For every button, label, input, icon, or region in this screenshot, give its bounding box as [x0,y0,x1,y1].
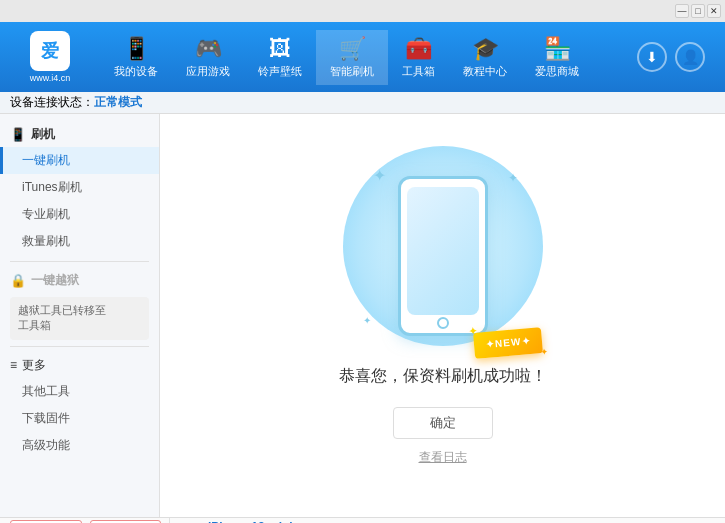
sidebar-item-advanced[interactable]: 高级功能 [0,432,159,459]
logo-url: www.i4.cn [30,73,71,83]
apple-shop-nav-icon: 🏪 [544,36,571,62]
minimize-button[interactable]: — [675,4,689,18]
wallpaper-nav-icon: 🖼 [269,36,291,62]
smart-shop-nav-label: 智能刷机 [330,64,374,79]
more-section-label: 更多 [22,357,46,374]
sidebar: 📱 刷机 一键刷机 iTunes刷机 专业刷机 救量刷机 🔒 一键越狱 越狱工具… [0,114,160,517]
nav-item-app-games[interactable]: 🎮 应用游戏 [172,30,244,85]
sidebar-item-itunes-flash[interactable]: iTunes刷机 [0,174,159,201]
my-device-nav-icon: 📱 [123,36,150,62]
device-status-bar: 设备连接状态： 正常模式 [0,92,725,114]
smart-shop-nav-icon: 🛒 [339,36,366,62]
confirm-button[interactable]: 确定 [393,407,493,439]
toolbox-nav-label: 工具箱 [402,64,435,79]
app-games-nav-icon: 🎮 [195,36,222,62]
logo[interactable]: 爱 www.i4.cn [10,31,90,83]
header-right: ⬇ 👤 [637,42,705,72]
auto-connect-label[interactable]: 自动激活 [10,520,82,524]
apple-shop-nav-label: 爱思商城 [535,64,579,79]
success-message: 恭喜您，保资料刷机成功啦！ [339,366,547,387]
status-label: 设备连接状态： [10,94,94,111]
sidebar-item-pro-flash[interactable]: 专业刷机 [0,201,159,228]
bottom-panel: 自动激活 跳过向导 📱 iPhone 12 mini 64GB Down-12m… [0,517,725,523]
my-device-nav-label: 我的设备 [114,64,158,79]
divider-1 [10,261,149,262]
jailbreak-section-label: 一键越狱 [31,272,79,289]
tutorial-nav-label: 教程中心 [463,64,507,79]
maximize-button[interactable]: □ [691,4,705,18]
sparkle-3: ✦ [363,315,371,326]
title-bar: — □ ✕ [0,0,725,22]
sidebar-item-download-firmware[interactable]: 下载固件 [0,405,159,432]
sparkle-1: ✦ [373,166,386,185]
close-button[interactable]: ✕ [707,4,721,18]
device-info-area: 📱 iPhone 12 mini 64GB Down-12mini-13,1 [170,520,293,524]
flash-section-icon: 📱 [10,127,26,142]
nav-item-tutorial[interactable]: 🎓 教程中心 [449,30,521,85]
nav-item-smart-shop[interactable]: 🛒 智能刷机 [316,30,388,85]
sidebar-item-other-tools[interactable]: 其他工具 [0,378,159,405]
phone-body [398,176,488,336]
lock-icon: 🔒 [10,273,26,288]
skip-wizard-label[interactable]: 跳过向导 [90,520,162,524]
phone-illustration: ✦ ✦ ✦ ✦NEW✦ [363,166,523,366]
device-name: iPhone 12 mini [208,520,293,524]
sidebar-section-flash: 📱 刷机 [0,122,159,147]
sparkle-2: ✦ [508,171,518,185]
app-games-nav-label: 应用游戏 [186,64,230,79]
main-area: 📱 刷机 一键刷机 iTunes刷机 专业刷机 救量刷机 🔒 一键越狱 越狱工具… [0,114,725,517]
phone-home-button [437,317,449,329]
phone-screen [407,187,479,315]
divider-2 [10,346,149,347]
nav-item-my-device[interactable]: 📱 我的设备 [100,30,172,85]
sidebar-item-one-key-flash[interactable]: 一键刷机 [0,147,159,174]
logo-icon: 爱 [30,31,70,71]
tutorial-nav-icon: 🎓 [472,36,499,62]
new-badge: ✦NEW✦ [473,327,543,359]
more-icon: ≡ [10,358,17,372]
download-button[interactable]: ⬇ [637,42,667,72]
nav-items: 📱 我的设备 🎮 应用游戏 🖼 铃声壁纸 🛒 智能刷机 🧰 工具箱 🎓 教程中心… [100,30,637,85]
wallpaper-nav-label: 铃声壁纸 [258,64,302,79]
device-details: iPhone 12 mini 64GB Down-12mini-13,1 [208,520,293,524]
sidebar-section-more: ≡ 更多 [0,353,159,378]
toolbox-nav-icon: 🧰 [405,36,432,62]
status-value: 正常模式 [94,94,142,111]
sidebar-item-save-flash[interactable]: 救量刷机 [0,228,159,255]
content-area: ✦ ✦ ✦ ✦NEW✦ 恭喜您，保资料刷机成功啦！ 确定 查看日志 [160,114,725,517]
back-link[interactable]: 查看日志 [419,449,467,466]
nav-item-apple-shop[interactable]: 🏪 爱思商城 [521,30,593,85]
header: 爱 www.i4.cn 📱 我的设备 🎮 应用游戏 🖼 铃声壁纸 🛒 智能刷机 … [0,22,725,92]
sidebar-section-jailbreak: 🔒 一键越狱 [0,268,159,293]
nav-item-wallpaper[interactable]: 🖼 铃声壁纸 [244,30,316,85]
jailbreak-note: 越狱工具已转移至工具箱 [10,297,149,340]
nav-item-toolbox[interactable]: 🧰 工具箱 [388,30,449,85]
checkboxes-area: 自动激活 跳过向导 [10,518,170,523]
account-button[interactable]: 👤 [675,42,705,72]
flash-section-label: 刷机 [31,126,55,143]
